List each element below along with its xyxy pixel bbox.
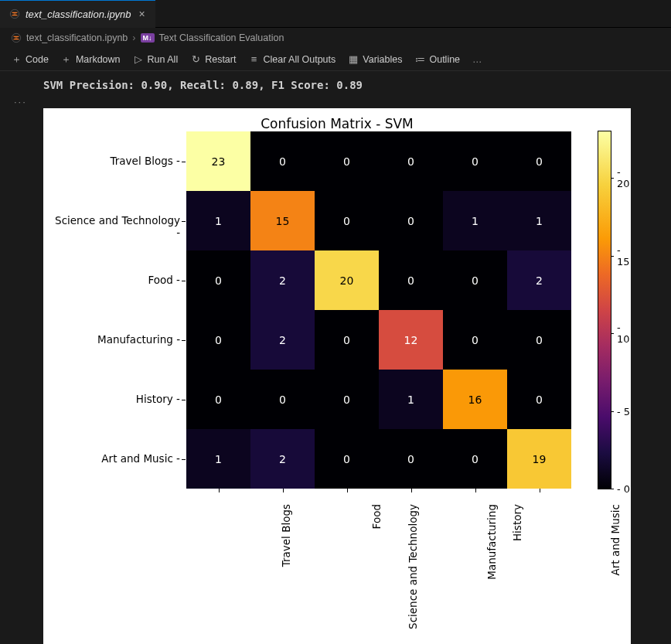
heatmap-cell: 0: [379, 131, 443, 191]
heatmap-cell: 0: [186, 310, 250, 370]
y-axis-label: Science and Technology -: [49, 214, 180, 239]
heatmap-grid: 2300000115001102200020201200000116012000…: [186, 131, 571, 489]
cell-more-actions[interactable]: ···: [14, 96, 27, 107]
clear-outputs-button[interactable]: ≡Clear All Outputs: [248, 53, 336, 65]
close-icon[interactable]: ×: [137, 8, 148, 20]
heatmap-cell: 0: [315, 429, 379, 489]
add-code-button[interactable]: ＋Code: [11, 53, 49, 66]
run-all-button[interactable]: ▷Run All: [133, 53, 179, 65]
x-axis-label: Science and Technology: [406, 504, 418, 629]
jupyter-icon: [11, 32, 22, 43]
stdout-text: SVM Precision: 0.90, Recall: 0.89, F1 Sc…: [15, 77, 656, 93]
svg-point-0: [10, 9, 19, 18]
chart-title: Confusion Matrix - SVM: [43, 116, 631, 131]
heatmap-cell: 0: [507, 310, 571, 370]
colorbar-tick-label: - 15: [617, 244, 631, 267]
heatmap-cell: 12: [379, 310, 443, 370]
tab-bar: text_classification.ipynb ×: [0, 0, 671, 28]
restart-button[interactable]: ↻Restart: [190, 53, 236, 65]
editor-tab[interactable]: text_classification.ipynb ×: [0, 0, 155, 28]
breadcrumb-file[interactable]: text_classification.ipynb: [26, 32, 128, 43]
heatmap-cell: 0: [443, 250, 507, 310]
plus-icon: ＋: [61, 53, 72, 66]
heatmap-cell: 16: [443, 370, 507, 429]
x-axis-label: Manufacturing: [485, 504, 497, 580]
heatmap-cell: 0: [443, 429, 507, 489]
heatmap-cell: 1: [186, 191, 250, 250]
heatmap-cell: 0: [250, 370, 315, 429]
heatmap-cell: 0: [379, 429, 443, 489]
colorbar-tick-label: - 20: [617, 166, 631, 189]
colorbar: [598, 131, 611, 489]
heatmap-cell: 19: [507, 429, 571, 489]
markdown-cell-icon: M↓: [141, 33, 155, 43]
tab-title: text_classification.ipynb: [26, 9, 131, 20]
heatmap-cell: 0: [443, 310, 507, 370]
heatmap-cell: 0: [315, 131, 379, 191]
y-axis-label: Art and Music -: [49, 452, 180, 465]
heatmap-cell: 15: [250, 191, 315, 250]
clear-icon: ≡: [248, 53, 259, 65]
x-axis-label: Food: [370, 504, 383, 529]
heatmap-cell: 0: [186, 370, 250, 429]
y-axis-label: Manufacturing -: [49, 333, 180, 346]
more-actions-button[interactable]: …: [472, 54, 484, 65]
colorbar-tick-label: - 0: [617, 483, 630, 495]
breadcrumb-cell[interactable]: Text Classification Evaluation: [159, 32, 284, 43]
heatmap-cell: 1: [443, 191, 507, 250]
restart-icon: ↻: [190, 53, 201, 65]
breadcrumb: text_classification.ipynb › M↓ Text Clas…: [0, 28, 671, 48]
outline-icon: ≔: [414, 53, 425, 65]
heatmap-cell: 2: [250, 429, 315, 489]
heatmap-cell: 0: [315, 370, 379, 429]
y-axis-label: Travel Blogs -: [49, 155, 180, 167]
heatmap-cell: 0: [315, 191, 379, 250]
outline-button[interactable]: ≔Outline: [414, 53, 460, 65]
heatmap-cell: 20: [315, 250, 379, 310]
svg-point-1: [12, 33, 20, 42]
plus-icon: ＋: [11, 53, 22, 66]
heatmap-cell: 23: [186, 131, 250, 191]
jupyter-icon: [9, 9, 20, 19]
y-axis-label: Food -: [49, 274, 180, 286]
heatmap-cell: 2: [250, 250, 315, 310]
heatmap-cell: 2: [507, 250, 571, 310]
chevron-right-icon: ›: [132, 32, 135, 43]
heatmap-cell: 0: [315, 310, 379, 370]
add-markdown-button[interactable]: ＋Markdown: [61, 53, 121, 66]
y-axis-label: History -: [49, 393, 180, 405]
heatmap-cell: 2: [250, 310, 315, 370]
notebook-toolbar: ＋Code ＋Markdown ▷Run All ↻Restart ≡Clear…: [0, 48, 671, 71]
colorbar-tick-label: - 5: [617, 405, 630, 417]
x-axis-label: Art and Music: [609, 504, 622, 575]
heatmap-cell: 0: [507, 370, 571, 429]
heatmap-cell: 0: [250, 131, 315, 191]
run-all-icon: ▷: [133, 53, 144, 65]
x-axis-label: History: [511, 504, 523, 541]
variables-icon: ▦: [348, 53, 359, 65]
cell-output: ··· SVM Precision: 0.90, Recall: 0.89, F…: [0, 71, 671, 644]
heatmap-cell: 0: [507, 131, 571, 191]
heatmap-cell: 1: [379, 370, 443, 429]
heatmap-cell: 1: [507, 191, 571, 250]
colorbar-tick-label: - 10: [617, 322, 631, 345]
heatmap-cell: 1: [186, 429, 250, 489]
heatmap-cell: 0: [379, 191, 443, 250]
heatmap-cell: 0: [186, 250, 250, 310]
x-axis-label: Travel Blogs: [280, 504, 292, 567]
heatmap-cell: 0: [379, 250, 443, 310]
plot-figure: Confusion Matrix - SVM 23000001150011022…: [43, 108, 631, 644]
heatmap-cell: 0: [443, 131, 507, 191]
variables-button[interactable]: ▦Variables: [348, 53, 402, 65]
